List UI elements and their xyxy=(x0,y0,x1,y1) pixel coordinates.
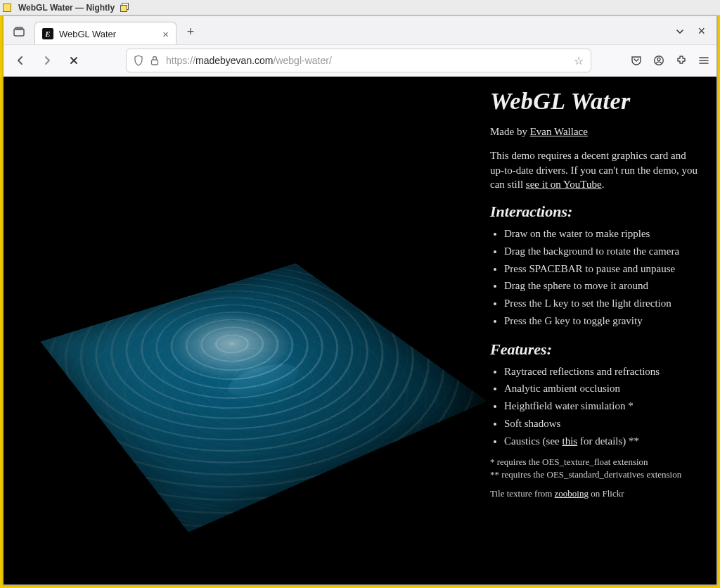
tab-favicon: E xyxy=(42,28,53,39)
menu-icon[interactable] xyxy=(698,56,709,65)
svg-point-4 xyxy=(657,58,660,60)
author-link[interactable]: Evan Wallace xyxy=(530,126,588,137)
interactions-list: Draw on the water to make ripples Drag t… xyxy=(490,226,701,329)
pocket-icon[interactable] xyxy=(631,55,642,66)
webgl-canvas[interactable] xyxy=(4,161,503,584)
account-icon[interactable] xyxy=(653,55,664,66)
window-title: WebGL Water — Nightly xyxy=(14,3,119,13)
list-item: Heightfield water simulation * xyxy=(504,399,701,414)
list-item: Caustics (see this for details) ** xyxy=(504,434,701,449)
page-content: WebGL Water Made by Evan Wallace This de… xyxy=(4,77,716,584)
window-close-icon[interactable]: × xyxy=(698,24,705,39)
tab-close-icon[interactable]: × xyxy=(162,29,169,39)
list-item: Raytraced reflections and refractions xyxy=(504,364,701,380)
browser-tab[interactable]: E WebGL Water × xyxy=(34,22,176,45)
url-bar[interactable]: https://madebyevan.com/webgl-water/ ☆ xyxy=(126,49,591,72)
list-item: Analytic ambient occlusion xyxy=(504,381,701,397)
info-panel: WebGL Water Made by Evan Wallace This de… xyxy=(490,84,701,507)
bookmark-star-icon[interactable]: ☆ xyxy=(574,54,584,68)
url-text: https://madebyevan.com/webgl-water/ xyxy=(166,55,567,66)
window-restore-icon[interactable] xyxy=(120,3,130,13)
browser-toolbar: https://madebyevan.com/webgl-water/ ☆ xyxy=(4,44,716,77)
new-tab-button[interactable]: + xyxy=(181,22,200,41)
stop-button[interactable] xyxy=(64,51,84,70)
tab-title: WebGL Water xyxy=(59,29,116,39)
list-item: Drag the sphere to move it around xyxy=(504,279,701,294)
tab-overflow-icon[interactable] xyxy=(675,27,685,37)
back-button[interactable] xyxy=(11,51,30,70)
extensions-icon[interactable] xyxy=(676,55,687,66)
os-titlebar: WebGL Water — Nightly xyxy=(0,0,720,16)
window-menu-icon[interactable] xyxy=(3,4,11,12)
footnote: * requires the OES_texture_float extensi… xyxy=(490,456,701,480)
list-item: Press the L key to set the light directi… xyxy=(504,296,701,312)
list-item: Drag the background to rotate the camera xyxy=(504,244,701,260)
forward-button[interactable] xyxy=(37,51,57,70)
features-list: Raytraced reflections and refractions An… xyxy=(490,364,701,449)
list-item: Press the G key to toggle gravity xyxy=(504,314,701,329)
credit-link[interactable]: zooboing xyxy=(555,488,589,499)
list-item: Draw on the water to make ripples xyxy=(504,226,701,242)
byline: Made by Evan Wallace xyxy=(490,124,701,139)
all-tabs-button[interactable] xyxy=(8,22,30,41)
browser-window: E WebGL Water × + × xyxy=(3,15,717,585)
list-item: Press SPACEBAR to pause and unpause xyxy=(504,262,701,277)
page-title: WebGL Water xyxy=(490,88,701,115)
lock-icon[interactable] xyxy=(150,56,159,65)
tracking-shield-icon[interactable] xyxy=(134,55,143,66)
intro-text: This demo requires a decent graphics car… xyxy=(490,148,701,191)
caustics-link[interactable]: this xyxy=(562,435,577,447)
interactions-heading: Interactions: xyxy=(490,203,701,221)
youtube-link[interactable]: see it on YouTube xyxy=(526,179,602,190)
features-heading: Features: xyxy=(490,340,701,359)
credit: Tile texture from zooboing on Flickr xyxy=(490,487,701,500)
tab-strip: E WebGL Water × + × xyxy=(4,16,716,44)
svg-rect-2 xyxy=(152,60,158,65)
list-item: Soft shadows xyxy=(504,416,701,432)
